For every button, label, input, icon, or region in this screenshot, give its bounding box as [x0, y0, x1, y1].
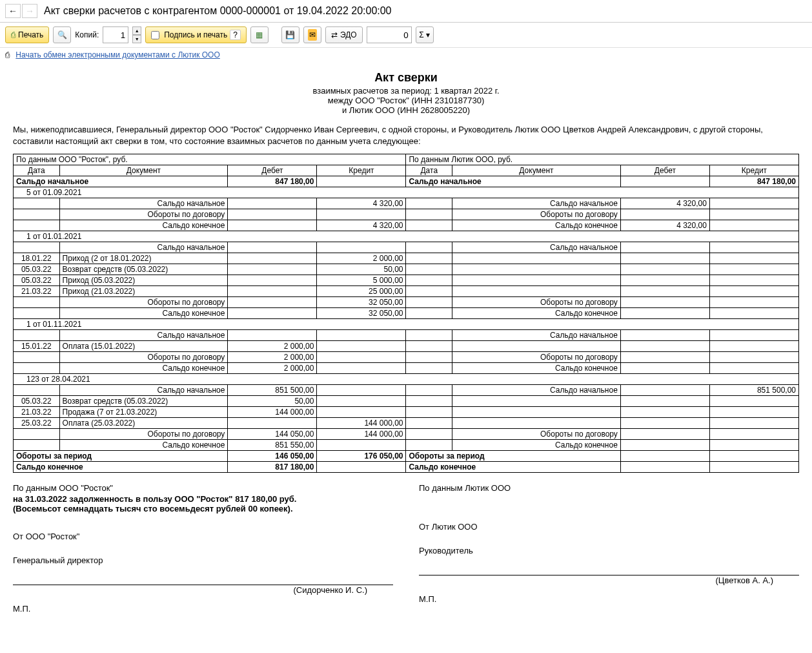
start-edo-link[interactable]: Начать обмен электронными документами с … [15, 50, 219, 59]
sum-button[interactable]: Σ ▾ [416, 26, 434, 43]
reconciliation-table: По данным ООО "Росток", руб. По данным Л… [13, 154, 799, 473]
doc-subtitle-1: взаимных расчетов за период: 1 квартал 2… [13, 86, 799, 96]
window-title: Акт сверки расчетов с контрагентом 0000-… [44, 5, 392, 17]
footer-left-header: По данным ООО "Росток" [13, 483, 393, 493]
edo-icon: ⇄ [331, 30, 338, 39]
role-left: Генеральный директор [13, 555, 393, 565]
edo-button[interactable]: ⇄ ЭДО [325, 26, 363, 43]
document-title: Акт сверки [13, 71, 799, 85]
doc-subtitle-2: между ООО "Росток" (ИНН 2310187730) [13, 96, 799, 105]
section-header: 123 от 28.04.2021 [14, 374, 799, 385]
right-side-header: По данным Лютик ООО, руб. [406, 154, 799, 165]
sig-right: (Цветков А. А.) [715, 575, 773, 585]
copies-input[interactable] [103, 26, 128, 43]
help-icon[interactable]: ? [230, 30, 241, 40]
save-icon: 💾 [285, 30, 295, 39]
printer-icon: ⎙ [11, 30, 15, 39]
table-row: 21.03.22Приход (21.03.2022)25 000,00 [14, 286, 799, 297]
mp-right: М.П. [419, 594, 799, 604]
email-button[interactable]: ✉ [303, 26, 321, 43]
print-button[interactable]: ⎙ Печать [5, 26, 49, 43]
from-left: От ООО "Росток" [13, 532, 393, 541]
footer-summary: на 31.03.2022 задолженность в пользу ООО… [13, 494, 323, 513]
edo-count-input[interactable] [367, 26, 412, 43]
intro-text: Мы, нижеподписавшиеся, Генеральный дирек… [13, 124, 799, 147]
mp-left: М.П. [13, 604, 393, 614]
section-header: 1 от 01.01.2021 [14, 231, 799, 242]
section-header: 1 от 01.11.2021 [14, 319, 799, 330]
table-row: 05.03.22Возврат средств (05.03.2022)50,0… [14, 396, 799, 407]
copies-down-button[interactable]: ▼ [132, 35, 141, 43]
sign-print-checkbox[interactable] [151, 31, 159, 39]
table-icon: ▦ [256, 30, 263, 39]
magnifier-icon: 🔍 [57, 30, 67, 39]
sig-left: (Сидорченко И. С.) [294, 585, 368, 595]
save-button[interactable]: 💾 [281, 26, 299, 43]
from-right: От Лютик ООО [419, 522, 799, 532]
sign-print-button[interactable]: Подпись и печать ? [145, 26, 247, 43]
table-row: 15.01.22Оплата (15.01.2022)2 000,00 [14, 341, 799, 352]
table-row: 05.03.22Возврат средств (05.03.2022)50,0… [14, 264, 799, 275]
doc-subtitle-3: и Лютик ООО (ИНН 2628005220) [13, 105, 799, 115]
table-row: 05.03.22Приход (05.03.2022)5 000,00 [14, 275, 799, 286]
back-button[interactable]: ← [5, 4, 21, 18]
table-row: 18.01.22Приход (2 от 18.01.2022)2 000,00 [14, 253, 799, 264]
footer-right-header: По данным Лютик ООО [419, 483, 799, 493]
table-button[interactable]: ▦ [250, 26, 269, 43]
role-right: Руководитель [419, 546, 799, 555]
printer-icon: ⎙ [5, 50, 10, 59]
table-row: 25.03.22Оплата (25.03.2022)144 000,00 [14, 418, 799, 429]
table-row: 21.03.22Продажа (7 от 21.03.2022)144 000… [14, 407, 799, 418]
preview-button[interactable]: 🔍 [53, 26, 71, 43]
copies-up-button[interactable]: ▲ [132, 26, 141, 35]
left-side-header: По данным ООО "Росток", руб. [14, 154, 406, 165]
copies-label: Копий: [75, 30, 99, 39]
forward-button[interactable]: → [22, 4, 37, 18]
section-header: 5 от 01.09.2021 [14, 187, 799, 198]
email-icon: ✉ [308, 29, 317, 41]
